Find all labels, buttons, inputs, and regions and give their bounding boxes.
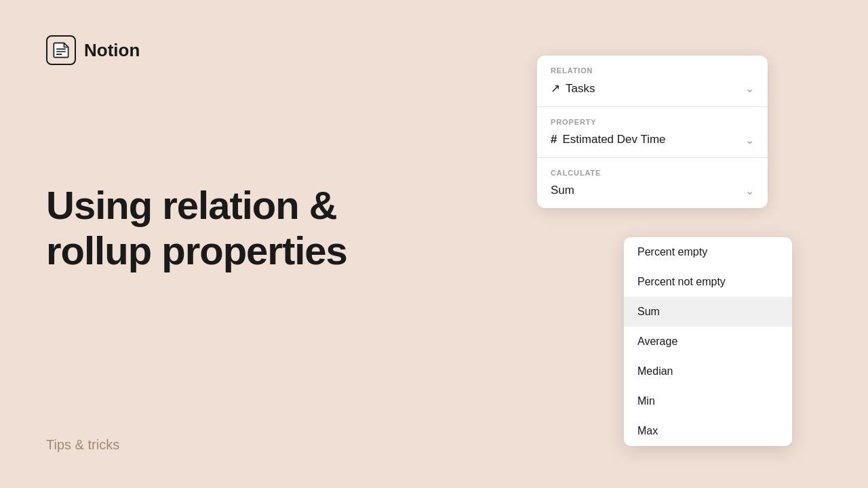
relation-arrow-icon: ↗	[551, 81, 560, 96]
heading-text: Using relation & rollup properties	[46, 183, 426, 273]
calculate-value-row[interactable]: Sum ⌄	[551, 184, 754, 197]
main-heading: Using relation & rollup properties	[46, 183, 426, 273]
brand-name: Notion	[84, 40, 140, 61]
relation-section: RELATION ↗ Tasks ⌄	[537, 56, 768, 107]
dropdown-item[interactable]: Percent not empty	[624, 267, 792, 297]
property-label: PROPERTY	[551, 118, 754, 126]
property-value: Estimated Dev Time	[562, 133, 665, 146]
notion-logo-icon	[46, 35, 76, 65]
relation-value: Tasks	[566, 82, 595, 96]
calculate-label: CALCULATE	[551, 169, 754, 177]
relation-label: RELATION	[551, 66, 754, 75]
property-section: PROPERTY # Estimated Dev Time ⌄	[537, 107, 768, 158]
dropdown-item[interactable]: Median	[624, 357, 792, 386]
dropdown-item[interactable]: Sum	[624, 297, 792, 327]
dropdown-item[interactable]: Average	[624, 327, 792, 357]
dropdown-item[interactable]: Min	[624, 386, 792, 416]
dropdown-item[interactable]: Max	[624, 416, 792, 446]
calculate-value: Sum	[551, 184, 574, 197]
property-chevron-icon: ⌄	[745, 134, 754, 146]
dropdown-item[interactable]: Percent empty	[624, 237, 792, 267]
calculate-section: CALCULATE Sum ⌄	[537, 158, 768, 208]
relation-chevron-icon: ⌄	[745, 82, 754, 95]
property-value-row[interactable]: # Estimated Dev Time ⌄	[551, 133, 754, 146]
calculate-chevron-icon: ⌄	[745, 184, 754, 197]
header: Notion	[46, 35, 140, 65]
tips-label: Tips & tricks	[46, 437, 119, 453]
property-hash-icon: #	[551, 133, 557, 146]
calculate-dropdown: Percent emptyPercent not emptySumAverage…	[624, 237, 792, 446]
settings-panel: RELATION ↗ Tasks ⌄ PROPERTY # Estimated …	[537, 56, 768, 208]
relation-value-row[interactable]: ↗ Tasks ⌄	[551, 81, 754, 96]
